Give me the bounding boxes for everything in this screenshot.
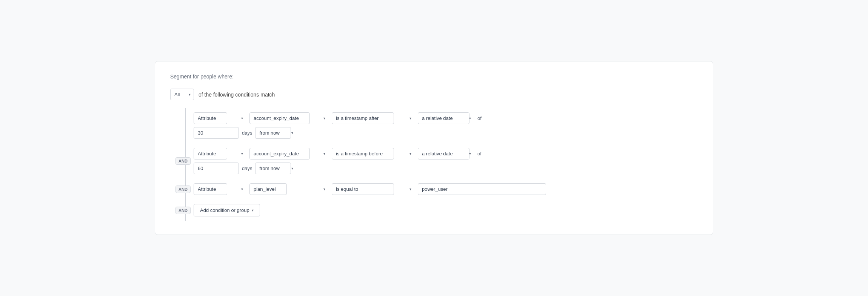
and-badge-add: AND (175, 207, 191, 214)
all-row: All Any of the following conditions matc… (170, 89, 698, 100)
add-condition-label: Add condition or group (200, 207, 249, 213)
condition-row-1: Attribute Event account_expiry_date is a… (186, 108, 698, 143)
condition-1-operator-wrapper[interactable]: is a timestamp after is a timestamp befo… (332, 112, 415, 124)
condition-1-from-now-wrapper[interactable]: from now from past (255, 127, 297, 139)
condition-2-number-input[interactable] (194, 163, 239, 174)
condition-1-number-input[interactable] (194, 127, 239, 139)
condition-3-operator-wrapper[interactable]: is equal to is a timestamp after is a ti… (332, 183, 415, 195)
segment-builder: Segment for people where: All Any of the… (155, 61, 713, 235)
condition-2-field-select[interactable]: account_expiry_date (249, 148, 310, 160)
condition-3-type-wrapper[interactable]: Attribute Event (194, 183, 246, 195)
add-condition-row: AND Add condition or group (186, 199, 698, 221)
condition-3-field-wrapper[interactable]: plan_level (249, 183, 329, 195)
condition-3-row: Attribute Event plan_level is equal to i… (194, 183, 698, 195)
condition-3-value-input[interactable] (418, 183, 546, 195)
condition-2-of-text: of (477, 151, 482, 156)
condition-2-relative-wrapper[interactable]: a relative date an absolute date (418, 148, 474, 160)
condition-fields-2: Attribute Event account_expiry_date is a… (194, 148, 698, 174)
all-select-wrapper[interactable]: All Any (170, 89, 194, 100)
condition-1-days-text: days (242, 130, 252, 136)
condition-2-days-text: days (242, 166, 252, 171)
condition-2-type-select[interactable]: Attribute Event (194, 148, 227, 160)
condition-1-relative-select[interactable]: a relative date an absolute date (418, 112, 469, 124)
condition-2-from-now-wrapper[interactable]: from now from past (255, 163, 297, 174)
condition-fields-3: Attribute Event plan_level is equal to i… (194, 183, 698, 195)
condition-1-type-wrapper[interactable]: Attribute Event (194, 112, 246, 124)
condition-1-type-select[interactable]: Attribute Event (194, 112, 227, 124)
condition-1-relative-wrapper[interactable]: a relative date an absolute date (418, 112, 474, 124)
condition-row-3: AND Attribute Event plan_level (186, 179, 698, 199)
condition-1-top-row: Attribute Event account_expiry_date is a… (194, 112, 698, 124)
all-select[interactable]: All Any (170, 89, 194, 100)
add-condition-button[interactable]: Add condition or group (194, 204, 260, 216)
condition-1-from-now-select[interactable]: from now from past (255, 127, 291, 139)
condition-2-top-row: Attribute Event account_expiry_date is a… (194, 148, 698, 160)
and-badge-3: AND (175, 186, 191, 193)
condition-3-operator-select[interactable]: is equal to is a timestamp after is a ti… (332, 183, 394, 195)
condition-2-operator-wrapper[interactable]: is a timestamp before is a timestamp aft… (332, 148, 415, 160)
condition-3-field-select[interactable]: plan_level (249, 183, 287, 195)
condition-3-type-select[interactable]: Attribute Event (194, 183, 227, 195)
condition-2-bottom-row: days from now from past (194, 163, 698, 174)
condition-1-field-select[interactable]: account_expiry_date (249, 112, 310, 124)
condition-2-relative-select[interactable]: a relative date an absolute date (418, 148, 469, 160)
condition-2-field-wrapper[interactable]: account_expiry_date (249, 148, 329, 160)
following-conditions-text: of the following conditions match (199, 92, 275, 98)
condition-1-of-text: of (477, 115, 482, 121)
segment-title: Segment for people where: (170, 74, 698, 80)
condition-2-type-wrapper[interactable]: Attribute Event (194, 148, 246, 160)
conditions-area: Attribute Event account_expiry_date is a… (185, 108, 698, 221)
condition-2-from-now-select[interactable]: from now from past (255, 163, 291, 174)
condition-row-2: AND Attribute Event account_expiry_date (186, 143, 698, 179)
condition-1-bottom-row: days from now from past (194, 127, 698, 139)
condition-2-operator-select[interactable]: is a timestamp before is a timestamp aft… (332, 148, 394, 160)
condition-1-operator-select[interactable]: is a timestamp after is a timestamp befo… (332, 112, 394, 124)
condition-fields-1: Attribute Event account_expiry_date is a… (194, 112, 698, 139)
condition-1-field-wrapper[interactable]: account_expiry_date (249, 112, 329, 124)
and-badge-2: AND (175, 157, 191, 165)
